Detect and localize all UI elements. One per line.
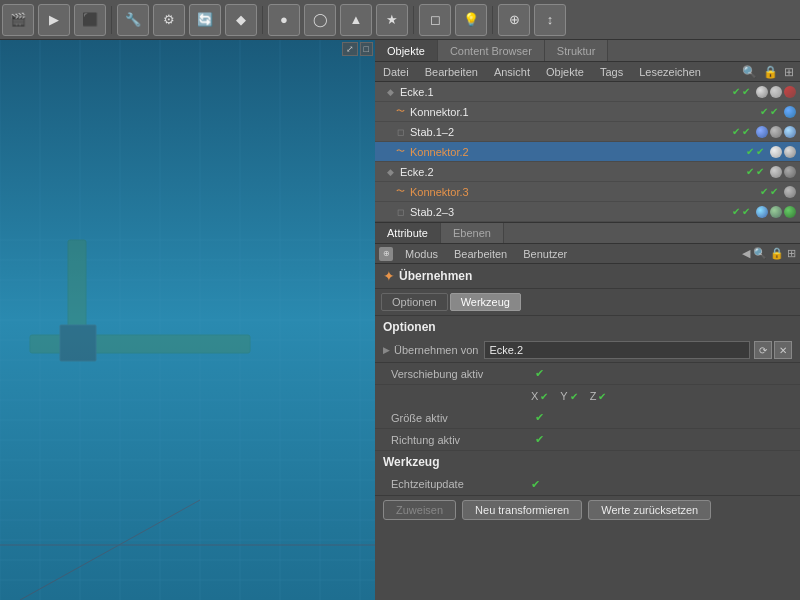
- ubernehmen-von-row: ▶ Übernehmen von ⟳ ✕: [375, 338, 800, 363]
- y-item: Y ✔: [560, 390, 577, 402]
- toolbar-sep-2: [262, 6, 263, 34]
- toolbar-btn-1[interactable]: 🎬: [2, 4, 34, 36]
- obj-menu-objekte[interactable]: Objekte: [538, 64, 592, 80]
- toolbar-btn-9[interactable]: ◯: [304, 4, 336, 36]
- attr-arrow-left-icon[interactable]: ◀: [742, 247, 750, 260]
- attr-menu-icon[interactable]: ⊕: [379, 247, 393, 261]
- z-item: Z ✔: [590, 390, 607, 402]
- attr-search-icon[interactable]: 🔍: [753, 247, 767, 260]
- svg-rect-30: [60, 325, 96, 361]
- werte-zuruck-button[interactable]: Werte zurücksetzen: [588, 500, 711, 520]
- obj-checks-stab12: ✔✔: [732, 126, 796, 138]
- ubernehmen-von-btn-link[interactable]: ⟳: [754, 341, 772, 359]
- x-check: ✔: [540, 391, 548, 402]
- table-row[interactable]: 〜 Konnektor.1 ✔✔: [375, 102, 800, 122]
- table-row[interactable]: ◻ Stab.2–3 ✔✔: [375, 202, 800, 222]
- obj-checks-ecke2: ✔✔: [746, 166, 796, 178]
- verschiebung-label: Verschiebung aktiv: [391, 368, 531, 380]
- tab-struktur[interactable]: Struktur: [545, 40, 609, 61]
- echtzeit-label: Echtzeitupdate: [391, 478, 531, 490]
- richtung-row: Richtung aktiv ✔: [375, 429, 800, 451]
- attr-lock-icon[interactable]: 🔒: [770, 247, 784, 260]
- richtung-check: ✔: [535, 433, 544, 446]
- ubernehmen-header: ✦ Übernehmen: [375, 264, 800, 289]
- x-label: X: [531, 390, 538, 402]
- search-icon[interactable]: 🔍: [740, 63, 759, 81]
- obj-name-konn3: Konnektor.3: [410, 186, 760, 198]
- ubernehmen-icon: ✦: [383, 268, 395, 284]
- toolbar-btn-14[interactable]: ⊕: [498, 4, 530, 36]
- obj-name-stab12: Stab.1–2: [410, 126, 732, 138]
- toolbar-btn-5[interactable]: ⚙: [153, 4, 185, 36]
- z-label: Z: [590, 390, 597, 402]
- obj-menu-bearbeiten[interactable]: Bearbeiten: [417, 64, 486, 80]
- expand-icon[interactable]: ⊞: [782, 63, 796, 81]
- neu-transformieren-button[interactable]: Neu transformieren: [462, 500, 582, 520]
- toolbar-btn-2[interactable]: ▶: [38, 4, 70, 36]
- xyz-checks: X ✔ Y ✔ Z ✔: [531, 390, 606, 402]
- x-item: X ✔: [531, 390, 548, 402]
- table-row[interactable]: ◻ Stab.1–2 ✔✔: [375, 122, 800, 142]
- echtzeit-row: Echtzeitupdate ✔: [375, 473, 800, 495]
- lock-icon[interactable]: 🔒: [761, 63, 780, 81]
- obj-icon-konn3: 〜: [393, 185, 407, 199]
- attr-menu-benutzer[interactable]: Benutzer: [515, 246, 575, 262]
- obj-checks-konn2: ✔✔: [746, 146, 796, 158]
- attr-tabs: Attribute Ebenen: [375, 222, 800, 244]
- obj-icon-ecke2: ◆: [383, 165, 397, 179]
- toolbar-btn-3[interactable]: ⬛: [74, 4, 106, 36]
- obj-icon-stab12: ◻: [393, 125, 407, 139]
- verschiebung-row: Verschiebung aktiv ✔: [375, 363, 800, 385]
- table-row[interactable]: 〜 Konnektor.3 ✔✔: [375, 182, 800, 202]
- options-section-title: Optionen: [375, 316, 800, 338]
- viewport[interactable]: ⤢ □: [0, 40, 375, 600]
- ubernehmen-von-triangle-icon: ▶: [383, 345, 390, 355]
- sub-tab-optionen[interactable]: Optionen: [381, 293, 448, 311]
- ubernehmen-von-input[interactable]: [484, 341, 750, 359]
- attr-menu-modus[interactable]: Modus: [397, 246, 446, 262]
- toolbar-btn-10[interactable]: ▲: [340, 4, 372, 36]
- obj-menu-ansicht[interactable]: Ansicht: [486, 64, 538, 80]
- obj-checks-ecke1: ✔✔: [732, 86, 796, 98]
- toolbar-btn-4[interactable]: 🔧: [117, 4, 149, 36]
- echtzeit-check: ✔: [531, 478, 540, 491]
- toolbar-btn-15[interactable]: ↕: [534, 4, 566, 36]
- zuweisen-button[interactable]: Zuweisen: [383, 500, 456, 520]
- tab-attribute[interactable]: Attribute: [375, 223, 441, 243]
- viewport-btn-maximize[interactable]: □: [360, 42, 373, 56]
- svg-line-32: [20, 500, 200, 600]
- toolbar-btn-8[interactable]: ●: [268, 4, 300, 36]
- viewport-btn-arrows[interactable]: ⤢: [342, 42, 358, 56]
- viewport-grid: [0, 40, 375, 600]
- attr-menu-bearbeiten[interactable]: Bearbeiten: [446, 246, 515, 262]
- toolbar-btn-7[interactable]: ◆: [225, 4, 257, 36]
- obj-menubar: Datei Bearbeiten Ansicht Objekte Tags Le…: [375, 62, 800, 82]
- obj-icon-konn2: 〜: [393, 145, 407, 159]
- table-row[interactable]: ◆ Ecke.2 ✔✔: [375, 162, 800, 182]
- attr-expand-icon[interactable]: ⊞: [787, 247, 796, 260]
- werkzeug-section-title: Werkzeug: [375, 451, 800, 473]
- ubernehmen-title: Übernehmen: [399, 269, 472, 283]
- tab-objekte[interactable]: Objekte: [375, 40, 438, 61]
- grosse-check: ✔: [535, 411, 544, 424]
- table-row[interactable]: ◆ Ecke.1 ✔✔: [375, 82, 800, 102]
- obj-list: ◆ Ecke.1 ✔✔ 〜 Konnektor.1 ✔✔: [375, 82, 800, 222]
- ubernehmen-von-btn-close[interactable]: ✕: [774, 341, 792, 359]
- tab-content-browser[interactable]: Content Browser: [438, 40, 545, 61]
- xyz-row: X ✔ Y ✔ Z ✔: [375, 385, 800, 407]
- table-row[interactable]: 〜 Konnektor.2 ✔✔: [375, 142, 800, 162]
- toolbar-btn-13[interactable]: 💡: [455, 4, 487, 36]
- toolbar-btn-6[interactable]: 🔄: [189, 4, 221, 36]
- sub-tab-werkzeug[interactable]: Werkzeug: [450, 293, 521, 311]
- obj-icon-stab23: ◻: [393, 205, 407, 219]
- obj-name-ecke1: Ecke.1: [400, 86, 732, 98]
- toolbar-btn-12[interactable]: ◻: [419, 4, 451, 36]
- obj-menu-datei[interactable]: Datei: [375, 64, 417, 80]
- tab-ebenen[interactable]: Ebenen: [441, 223, 504, 243]
- main-layout: ⤢ □ Objekte Content Browser Struktur Dat…: [0, 40, 800, 600]
- obj-menu-lesezeichen[interactable]: Lesezeichen: [631, 64, 709, 80]
- ubernehmen-von-buttons: ⟳ ✕: [754, 341, 792, 359]
- obj-menu-tags[interactable]: Tags: [592, 64, 631, 80]
- attr-menubar: ⊕ Modus Bearbeiten Benutzer ◀ 🔍 🔒 ⊞: [375, 244, 800, 264]
- toolbar-btn-11[interactable]: ★: [376, 4, 408, 36]
